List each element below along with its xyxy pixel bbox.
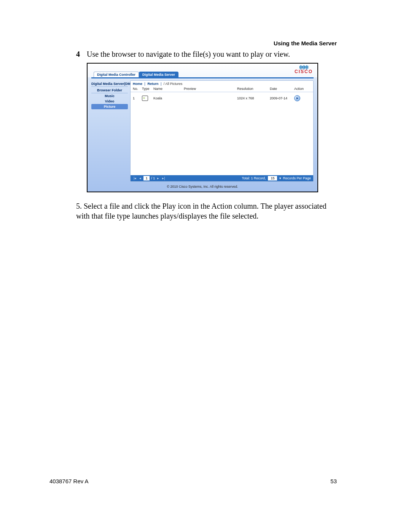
breadcrumb-home-link[interactable]: Home [133, 82, 142, 86]
step-5-text: 5. Select a file and click the Play icon… [76, 201, 337, 221]
cell-date: 2009-07-14 [270, 96, 294, 100]
sidebar: Digital Media Server(DMS) Browser Folder… [91, 80, 128, 182]
picture-type-icon [142, 96, 148, 101]
step-4-text: Use the browser to navigate to the file(… [87, 50, 290, 59]
pager-first-button[interactable]: |◂ [133, 176, 137, 180]
pager-prev-button[interactable]: ◂ [139, 176, 142, 180]
pager-bar: |◂ ◂ 1 / 1 ▸ ▸| Total: 1 Record, 15 ▾ Re… [131, 175, 313, 181]
table-body: 1 Koala 1024 x 768 2009-07-14 [131, 92, 313, 175]
col-type: Type [142, 87, 153, 91]
col-name: Name [153, 87, 184, 91]
tab-digital-media-controller[interactable]: Digital Media Controller [94, 72, 139, 77]
media-server-screenshot: Digital Media Controller Digital Media S… [87, 63, 318, 192]
cell-type [142, 96, 153, 101]
pager-current-page[interactable]: 1 [143, 176, 150, 181]
table-row[interactable]: 1 Koala 1024 x 768 2009-07-14 [133, 94, 311, 102]
cell-name: Koala [153, 96, 184, 100]
copyright-text: © 2010 Cisco Systems, Inc. All rights re… [88, 185, 317, 189]
cisco-brand: CISCO [295, 69, 313, 74]
footer-page-number: 53 [330, 478, 337, 484]
col-resolution: Resolution [237, 87, 270, 91]
page-header-right: Using the Media Server [274, 40, 337, 46]
records-per-page-caret-icon[interactable]: ▾ [279, 176, 281, 180]
col-preview: Preview [184, 87, 237, 91]
records-per-page-select[interactable]: 15 [268, 176, 277, 181]
tab-digital-media-server[interactable]: Digital Media Server [139, 72, 178, 77]
top-bar: Digital Media Controller Digital Media S… [88, 64, 317, 77]
breadcrumb-sep: | [143, 82, 147, 86]
col-no: No. [133, 87, 142, 91]
footer-doc-id: 4038767 Rev A [49, 478, 89, 484]
sidebar-item-video[interactable]: Video [91, 99, 128, 104]
cell-resolution: 1024 x 768 [237, 96, 270, 100]
pager-total-label: Total: 1 Record, [242, 176, 266, 180]
breadcrumb-path: / All Pictures [164, 82, 183, 86]
body-row: Digital Media Server(DMS) Browser Folder… [91, 80, 314, 182]
sidebar-item-music[interactable]: Music [91, 93, 128, 99]
main-panel: Home | Return | / All Pictures No. Type … [130, 80, 314, 182]
tab-row: Digital Media Controller Digital Media S… [94, 72, 178, 77]
pager-next-button[interactable]: ▸ [156, 176, 160, 180]
breadcrumb-sep: | [159, 82, 162, 86]
breadcrumb-return-link[interactable]: Return [147, 82, 158, 86]
cell-action [294, 95, 311, 101]
column-header-row: No. Type Name Preview Resolution Date Ac… [131, 87, 313, 92]
tab-underline [91, 77, 314, 78]
sidebar-item-picture[interactable]: Picture [91, 104, 128, 109]
breadcrumb: Home | Return | / All Pictures [131, 81, 313, 87]
cell-no: 1 [133, 96, 142, 100]
col-date: Date [270, 87, 294, 91]
records-per-page-label: Records Per Page [283, 176, 311, 180]
sidebar-title: Digital Media Server(DMS) [91, 80, 128, 87]
step-4-number: 4 [76, 50, 80, 59]
play-icon[interactable] [294, 95, 300, 101]
col-action: Action [294, 87, 311, 91]
pager-last-button[interactable]: ▸| [161, 176, 166, 180]
sidebar-subtitle: Browser Folder [91, 87, 128, 93]
pager-total-pages: / 1 [151, 176, 155, 180]
cisco-logo: ı|ıı|ıı|ı CISCO [295, 64, 313, 74]
